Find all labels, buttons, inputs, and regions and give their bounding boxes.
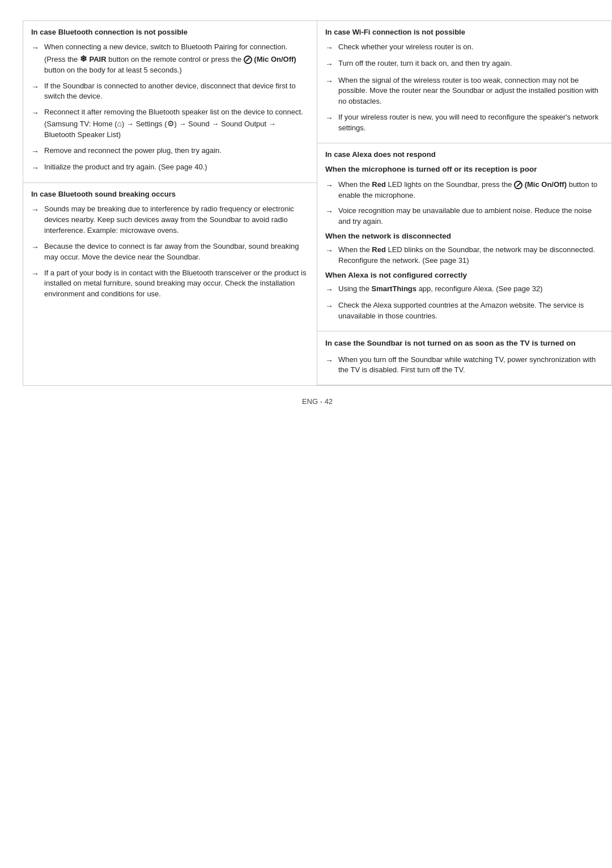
arrow-icon: → — [325, 58, 335, 70]
arrow-icon: → — [325, 180, 335, 191]
arrow-icon: → — [31, 107, 41, 118]
list-item: → When the Red LED blinks on the Soundba… — [325, 245, 604, 266]
item-text: When the Red LED blinks on the Soundbar,… — [338, 245, 604, 266]
arrow-icon: → — [325, 42, 335, 53]
wifi-list: → Check whether your wireless router is … — [325, 42, 604, 134]
list-item: → Check the Alexa supported countries at… — [325, 300, 604, 322]
bt-sound-header: In case Bluetooth sound breaking occurs — [31, 190, 309, 198]
soundbar-tv-section: In case the Soundbar is not turned on as… — [317, 331, 611, 386]
list-item: → Using the SmartThings app, reconfigure… — [325, 284, 604, 295]
list-item: → If your wireless router is new, you wi… — [325, 112, 604, 134]
arrow-icon: → — [325, 245, 335, 256]
item-text: If the Soundbar is connected to another … — [44, 81, 309, 103]
right-column: In case Wi-Fi connection is not possible… — [317, 21, 611, 385]
arrow-icon: → — [31, 204, 41, 215]
item-text: Initialize the product and try again. (S… — [44, 162, 207, 173]
bt-connection-section: In case Bluetooth connection is not poss… — [23, 21, 317, 183]
item-text: Because the device to connect is far awa… — [44, 241, 309, 263]
network-list: → When the Red LED blinks on the Soundba… — [325, 245, 604, 266]
alexa-section: In case Alexa does not respond When the … — [317, 143, 611, 331]
arrow-icon: → — [31, 162, 41, 173]
arrow-icon: → — [31, 241, 41, 253]
item-text: When the Red LED lights on the Soundbar,… — [338, 180, 604, 201]
item-text: When the signal of the wireless router i… — [338, 75, 604, 108]
list-item: → When you turn off the Soundbar while w… — [325, 355, 604, 376]
item-text: Voice recognition may be unavailable due… — [338, 206, 604, 227]
left-column: In case Bluetooth connection is not poss… — [23, 21, 317, 385]
item-text: Using the SmartThings app, reconfigure A… — [338, 284, 543, 295]
mic-list: → When the Red LED lights on the Soundba… — [325, 180, 604, 227]
list-item: → Turn off the router, turn it back on, … — [325, 58, 604, 70]
bt-connection-list: → When connecting a new device, switch t… — [31, 42, 309, 173]
arrow-icon: → — [31, 81, 41, 92]
network-subheader: When the network is disconnected — [325, 232, 604, 240]
item-text: Sounds may be breaking due to interferen… — [44, 204, 309, 236]
arrow-icon: → — [325, 284, 335, 295]
alexa-header: In case Alexa does not respond — [325, 150, 604, 159]
arrow-icon: → — [31, 42, 41, 53]
arrow-icon: → — [325, 75, 335, 87]
item-text: When connecting a new device, switch to … — [44, 42, 309, 76]
wifi-section: In case Wi-Fi connection is not possible… — [317, 21, 611, 143]
page-footer: ENG - 42 — [23, 397, 612, 406]
arrow-icon: → — [325, 206, 335, 217]
list-item: → When the Red LED lights on the Soundba… — [325, 180, 604, 201]
list-item: → When connecting a new device, switch t… — [31, 42, 309, 76]
alexa-config-list: → Using the SmartThings app, reconfigure… — [325, 284, 604, 322]
list-item: → Check whether your wireless router is … — [325, 42, 604, 53]
list-item: → Reconnect it after removing the Blueto… — [31, 107, 309, 141]
soundbar-tv-list: → When you turn off the Soundbar while w… — [325, 355, 604, 376]
list-item: → Sounds may be breaking due to interfer… — [31, 204, 309, 236]
arrow-icon: → — [31, 146, 41, 157]
list-item: → If the Soundbar is connected to anothe… — [31, 81, 309, 103]
list-item: → Remove and reconnect the power plug, t… — [31, 146, 309, 157]
item-text: When you turn off the Soundbar while wat… — [338, 355, 604, 376]
item-text: Reconnect it after removing the Bluetoot… — [44, 107, 309, 141]
item-text: Check the Alexa supported countries at t… — [338, 300, 604, 322]
arrow-icon: → — [325, 355, 335, 366]
list-item: → Voice recognition may be unavailable d… — [325, 206, 604, 227]
wifi-header: In case Wi-Fi connection is not possible — [325, 28, 604, 36]
list-item: → If a part of your body is in contact w… — [31, 268, 309, 300]
list-item: → Because the device to connect is far a… — [31, 241, 309, 263]
arrow-icon: → — [31, 268, 41, 279]
soundbar-tv-header: In case the Soundbar is not turned on as… — [325, 338, 604, 349]
list-item: → Initialize the product and try again. … — [31, 162, 309, 173]
item-text: Check whether your wireless router is on… — [338, 42, 473, 53]
bt-sound-section: In case Bluetooth sound breaking occurs … — [23, 183, 317, 309]
item-text: If your wireless router is new, you will… — [338, 112, 604, 134]
item-text: Remove and reconnect the power plug, the… — [44, 146, 222, 156]
arrow-icon: → — [325, 300, 335, 312]
list-item: → When the signal of the wireless router… — [325, 75, 604, 108]
alexa-config-subheader: When Alexa is not configured correctly — [325, 271, 604, 279]
mic-subheader: When the microphone is turned off or its… — [325, 164, 604, 175]
bt-sound-list: → Sounds may be breaking due to interfer… — [31, 204, 309, 300]
item-text: If a part of your body is in contact wit… — [44, 268, 309, 300]
item-text: Turn off the router, turn it back on, an… — [338, 58, 512, 69]
arrow-icon: → — [325, 112, 335, 124]
bt-connection-header: In case Bluetooth connection is not poss… — [31, 28, 309, 36]
